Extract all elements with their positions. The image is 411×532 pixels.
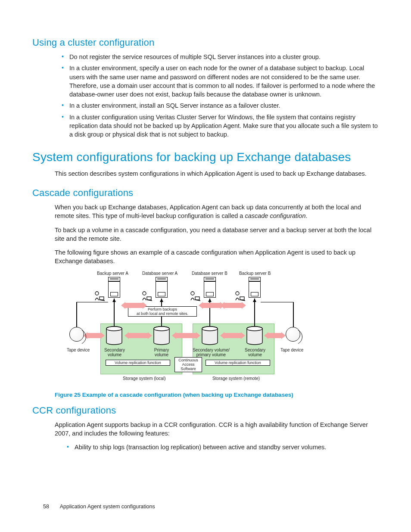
paragraph: Application Agent supports backup in a C… bbox=[55, 420, 379, 438]
user-icon bbox=[141, 291, 152, 301]
label-primary-volume: Primary volume bbox=[153, 348, 170, 357]
figure-caption: Figure 25 Example of a cascade configura… bbox=[55, 392, 379, 398]
label-database-server-a: Database server A bbox=[142, 271, 177, 276]
list-item: Do not register the service resources of… bbox=[62, 53, 379, 61]
list-item: In a cluster configuration using Veritas… bbox=[62, 113, 379, 139]
svg-point-0 bbox=[95, 292, 99, 295]
paragraph: When you back up Exchange databases, App… bbox=[55, 203, 379, 221]
svg-rect-4 bbox=[147, 297, 151, 300]
ccr-features-list: Ability to ship logs (transaction log re… bbox=[67, 443, 379, 451]
label-backup-server-b: Backup server B bbox=[239, 271, 271, 276]
page-number: 58 bbox=[43, 504, 49, 510]
figure-cascade-diagram: Backup server A Database server A Databa… bbox=[67, 271, 379, 387]
arrow-icon bbox=[224, 303, 242, 308]
svg-point-3 bbox=[143, 292, 146, 295]
page-footer: 58 Application Agent system configuratio… bbox=[43, 504, 155, 510]
label-tape-left: Tape device bbox=[67, 348, 90, 352]
label-backup-server-a: Backup server A bbox=[97, 271, 128, 276]
arrow-icon bbox=[129, 333, 148, 338]
svg-rect-7 bbox=[195, 297, 199, 300]
arrow-icon bbox=[176, 333, 196, 338]
footer-title: Application Agent system configurations bbox=[60, 504, 155, 510]
label-secondary-primary-volume: Secondary volume/ primary volume bbox=[192, 348, 230, 357]
tape-device-icon bbox=[69, 327, 84, 342]
volume-icon bbox=[153, 326, 170, 345]
label-volume-replication-right: Volume replication function bbox=[206, 360, 270, 366]
user-icon bbox=[234, 291, 245, 301]
arrow-icon bbox=[268, 333, 281, 338]
server-icon bbox=[249, 277, 261, 298]
arrow-icon bbox=[203, 303, 220, 308]
server-icon bbox=[204, 277, 216, 298]
paragraph: This section describes system configurat… bbox=[55, 169, 379, 178]
tape-device-icon bbox=[286, 327, 300, 342]
volume-icon bbox=[246, 326, 263, 345]
label-storage-remote: Storage system (remote) bbox=[212, 376, 260, 381]
user-icon bbox=[93, 291, 105, 301]
heading-cluster-config: Using a cluster configuration bbox=[32, 37, 379, 48]
paragraph: The following figure shows an example of… bbox=[55, 248, 379, 266]
label-secondary-volume-2: Secondary volume bbox=[244, 348, 266, 357]
label-tape-right: Tape device bbox=[280, 348, 303, 352]
list-item: In a cluster environment, install an SQL… bbox=[62, 101, 379, 110]
heading-cascade: Cascade configurations bbox=[32, 187, 379, 199]
text: When you back up Exchange databases, App… bbox=[55, 204, 361, 219]
label-continuous-access: Continuous Access Software bbox=[174, 357, 202, 372]
svg-point-9 bbox=[236, 292, 239, 295]
svg-point-17 bbox=[202, 327, 218, 331]
list-item: In a cluster environment, specify a user… bbox=[62, 64, 379, 99]
label-storage-local: Storage system (local) bbox=[123, 376, 165, 381]
svg-point-19 bbox=[247, 327, 262, 331]
label-secondary-volume: Secondary volume bbox=[104, 348, 125, 357]
svg-point-15 bbox=[154, 327, 169, 331]
svg-rect-10 bbox=[240, 297, 244, 300]
label-volume-replication-left: Volume replication function bbox=[106, 360, 170, 366]
heading-exchange-configs: System configurations for backing up Exc… bbox=[32, 150, 379, 164]
arrow-icon bbox=[125, 303, 143, 308]
italic-term: cascade configuration bbox=[245, 212, 305, 219]
user-icon bbox=[189, 291, 200, 301]
heading-ccr: CCR configurations bbox=[32, 405, 379, 416]
arrow-icon bbox=[87, 333, 100, 338]
volume-icon bbox=[201, 326, 218, 345]
paragraph: To back up a volume in a cascade configu… bbox=[55, 226, 379, 243]
cluster-config-list: Do not register the service resources of… bbox=[62, 53, 379, 139]
volume-icon bbox=[106, 326, 123, 345]
list-item: Ability to ship logs (transaction log re… bbox=[67, 443, 379, 451]
svg-point-13 bbox=[106, 327, 122, 331]
text: . bbox=[305, 212, 307, 219]
svg-point-6 bbox=[191, 292, 194, 295]
arrow-icon bbox=[224, 333, 241, 338]
label-database-server-b: Database server B bbox=[192, 271, 227, 276]
svg-rect-1 bbox=[100, 297, 104, 300]
server-icon bbox=[156, 277, 168, 298]
server-icon bbox=[108, 277, 120, 298]
